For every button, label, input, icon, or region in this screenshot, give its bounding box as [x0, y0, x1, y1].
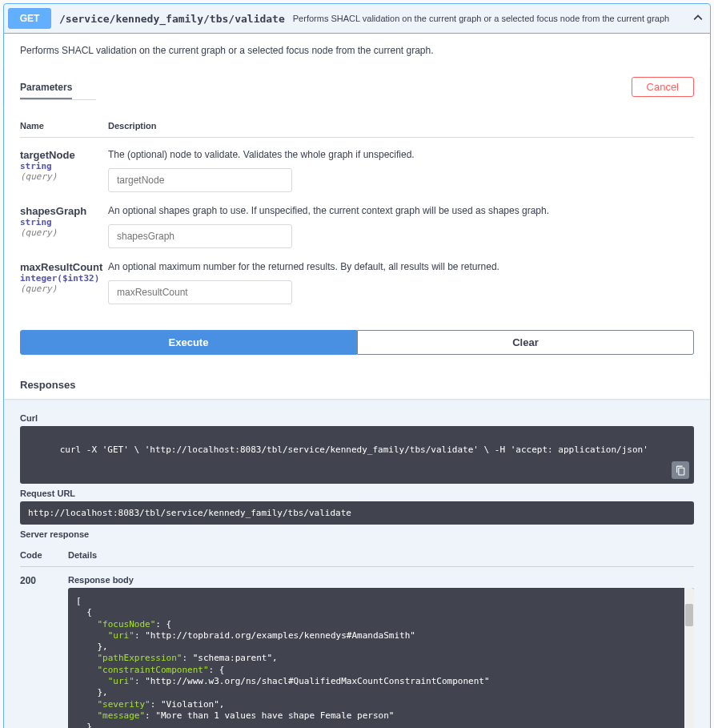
targetnode-input[interactable] [108, 168, 292, 192]
curl-label: Curl [20, 413, 694, 423]
responses-heading: Responses [4, 371, 710, 399]
parameters-header: Parameters Cancel [4, 67, 710, 107]
response-body-json: [ { "focusNode": { "uri": "http://topbra… [76, 596, 686, 728]
execute-row: Execute Clear [4, 322, 710, 371]
param-in: (query) [20, 284, 108, 294]
param-type: string [20, 217, 108, 227]
request-url: http://localhost:8083/tbl/service/kenned… [20, 501, 694, 525]
param-name: shapesGraph [20, 205, 108, 217]
param-name: targetNode [20, 149, 108, 161]
server-response-label: Server response [20, 529, 694, 539]
response-body-label: Response body [68, 575, 694, 585]
execute-button[interactable]: Execute [20, 330, 357, 355]
curl-block: curl -X 'GET' \ 'http://localhost:8083/t… [20, 426, 694, 484]
curl-command: curl -X 'GET' \ 'http://localhost:8083/t… [60, 444, 648, 455]
param-type: integer($int32) [20, 273, 108, 284]
param-type: string [20, 161, 108, 171]
scrollbar-thumb[interactable] [685, 604, 693, 626]
clear-button[interactable]: Clear [357, 330, 694, 355]
copy-icon[interactable] [672, 461, 689, 479]
parameters-table: Name Description targetNode string (quer… [4, 107, 710, 322]
param-desc: An optional maximum number for the retur… [108, 261, 694, 272]
status-code: 200 [20, 575, 68, 586]
param-desc: The (optional) node to validate. Validat… [108, 149, 694, 160]
tab-parameters[interactable]: Parameters [20, 78, 72, 99]
response-body-block: [ { "focusNode": { "uri": "http://topbra… [68, 588, 694, 728]
col-code: Code [20, 550, 68, 560]
param-name: maxResultCount [20, 261, 108, 273]
maxresultcount-input[interactable] [108, 280, 292, 304]
param-in: (query) [20, 227, 108, 238]
param-desc: An optional shapes graph to use. If unsp… [108, 205, 694, 216]
param-in: (query) [20, 171, 108, 182]
col-description: Description [108, 121, 694, 131]
cancel-button[interactable]: Cancel [632, 77, 694, 97]
method-badge: GET [8, 8, 51, 29]
endpoint-description: Performs SHACL validation on the current… [4, 34, 710, 67]
request-url-label: Request URL [20, 489, 694, 498]
param-row: maxResultCount integer($int32) (query) A… [20, 250, 694, 306]
endpoint-path: /service/kennedy_family/tbs/validate [59, 13, 285, 25]
param-row: targetNode string (query) The (optional)… [20, 138, 694, 194]
opblock-summary[interactable]: GET /service/kennedy_family/tbs/validate… [4, 4, 710, 34]
response-row: 200 Response body [ { "focusNode": { "ur… [20, 567, 694, 728]
col-details: Details [68, 550, 694, 560]
shapesgraph-input[interactable] [108, 224, 292, 248]
col-name: Name [20, 121, 108, 131]
endpoint-summary: Performs SHACL validation on the current… [293, 14, 690, 23]
opblock-get: GET /service/kennedy_family/tbs/validate… [3, 3, 711, 728]
chevron-up-icon[interactable] [690, 13, 706, 25]
scrollbar[interactable] [684, 588, 694, 728]
responses-body: Curl curl -X 'GET' \ 'http://localhost:8… [4, 399, 710, 728]
param-row: shapesGraph string (query) An optional s… [20, 194, 694, 250]
